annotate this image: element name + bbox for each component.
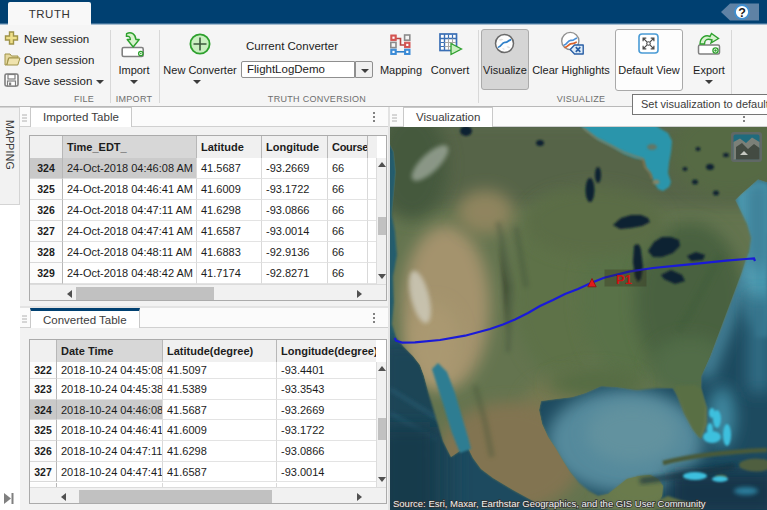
svg-text:?: ? [738, 6, 746, 20]
svg-text:Source: Esri, Maxar, Earthstar: Source: Esri, Maxar, Earthstar Geographi… [393, 498, 706, 509]
svg-text:P1: P1 [616, 272, 632, 287]
